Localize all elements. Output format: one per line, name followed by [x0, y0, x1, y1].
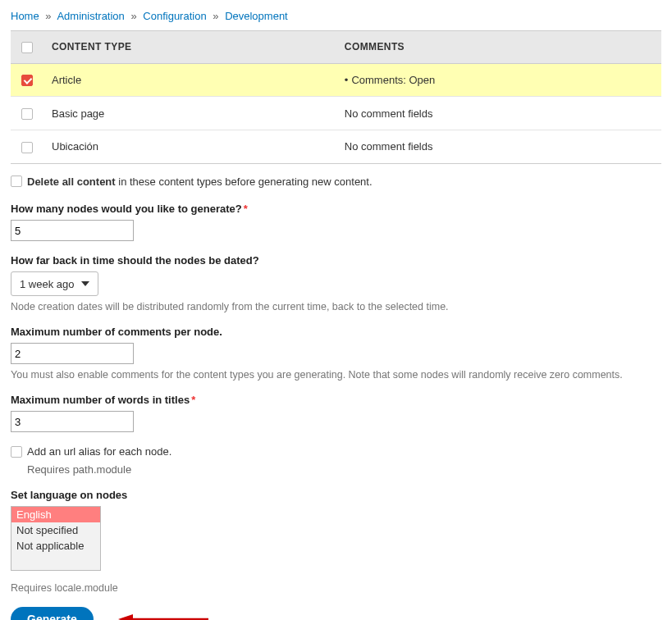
required-icon: *: [190, 394, 195, 406]
breadcrumb: Home » Administration » Configuration » …: [11, 8, 661, 30]
url-alias-note: Requires path.module: [27, 463, 661, 476]
breadcrumb-home[interactable]: Home: [11, 10, 39, 22]
row-checkbox-article[interactable]: [21, 75, 33, 86]
comments-cell: •Comments: Open: [336, 63, 661, 97]
select-all-header: [11, 31, 43, 64]
comments-cell: No comment fields: [336, 97, 661, 130]
language-select[interactable]: English Not specified Not applicable: [11, 506, 101, 571]
arrow-left-icon: [118, 611, 208, 620]
date-back-label: How far back in time should the nodes be…: [11, 254, 661, 267]
breadcrumb-sep-icon: »: [209, 10, 222, 22]
chevron-down-icon: [81, 281, 89, 286]
max-comments-description: You must also enable comments for the co…: [11, 369, 661, 381]
max-words-input[interactable]: [11, 411, 134, 432]
language-label: Set language on nodes: [11, 489, 661, 501]
content-type-cell: Article: [43, 63, 336, 97]
url-alias-label: Add an url alias for each node.: [27, 445, 171, 458]
breadcrumb-configuration[interactable]: Configuration: [143, 10, 206, 22]
delete-content-checkbox[interactable]: [11, 176, 22, 187]
comments-text: Comments: Open: [351, 74, 435, 86]
max-comments-input[interactable]: [11, 343, 134, 364]
svg-marker-1: [118, 614, 133, 620]
language-option-not-applicable[interactable]: Not applicable: [11, 538, 100, 554]
required-icon: *: [242, 203, 248, 215]
comments-header: COMMENTS: [336, 31, 661, 64]
table-row: Article •Comments: Open: [11, 63, 661, 97]
content-types-table: CONTENT TYPE COMMENTS Article •Comments:…: [11, 30, 661, 164]
select-all-checkbox[interactable]: [21, 42, 33, 53]
language-option-english[interactable]: English: [11, 507, 100, 522]
breadcrumb-development[interactable]: Development: [225, 10, 288, 22]
delete-content-label: Delete all content in these content type…: [27, 176, 373, 188]
comments-cell: No comment fields: [336, 130, 661, 163]
delete-content-option[interactable]: Delete all content in these content type…: [11, 176, 373, 188]
breadcrumb-sep-icon: »: [42, 10, 54, 22]
url-alias-checkbox[interactable]: [11, 446, 22, 458]
max-comments-label: Maximum number of comments per node.: [11, 326, 661, 338]
generate-button[interactable]: Generate: [11, 607, 94, 620]
language-note: Requires locale.module: [11, 582, 661, 594]
date-back-value: 1 week ago: [20, 278, 75, 290]
max-words-label: Maximum number of words in titles*: [11, 394, 661, 406]
nodes-count-label: How many nodes would you like to generat…: [11, 203, 661, 215]
date-back-description: Node creation dates will be distributed …: [11, 301, 661, 312]
row-checkbox-basic-page[interactable]: [21, 108, 33, 120]
table-row: Basic page No comment fields: [11, 97, 661, 130]
row-checkbox-ubicacion[interactable]: [21, 142, 33, 153]
breadcrumb-administration[interactable]: Administration: [57, 10, 124, 22]
content-type-cell: Basic page: [43, 97, 336, 130]
content-type-cell: Ubicación: [43, 130, 336, 163]
nodes-count-input[interactable]: [11, 220, 134, 241]
url-alias-option[interactable]: Add an url alias for each node.: [11, 445, 171, 458]
date-back-select[interactable]: 1 week ago: [11, 271, 98, 296]
breadcrumb-sep-icon: »: [127, 10, 139, 22]
table-row: Ubicación No comment fields: [11, 130, 661, 163]
content-type-header: CONTENT TYPE: [43, 31, 336, 64]
language-option-not-specified[interactable]: Not specified: [11, 522, 100, 538]
